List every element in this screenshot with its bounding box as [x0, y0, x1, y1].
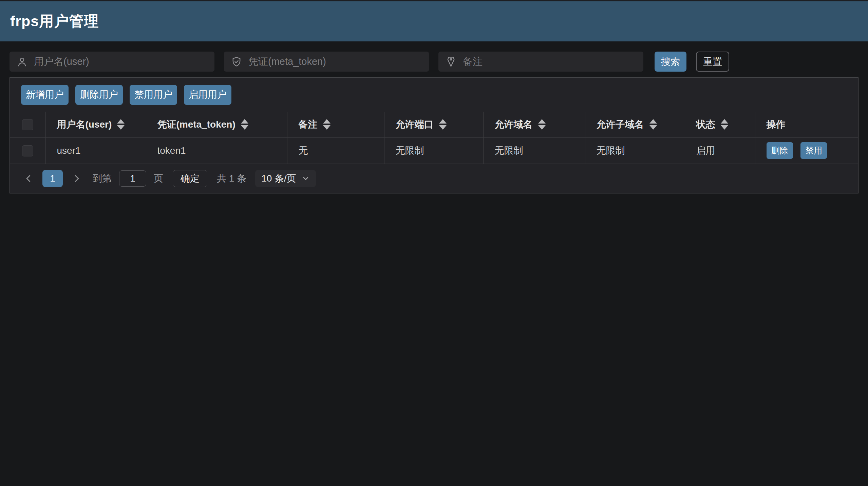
goto-page-label: 到第 — [93, 172, 112, 185]
cell-actions: 删除 禁用 — [755, 137, 858, 164]
delete-user-button[interactable]: 删除用户 — [75, 85, 123, 105]
next-page-button[interactable] — [72, 173, 82, 184]
enable-user-button[interactable]: 启用用户 — [184, 85, 231, 105]
table-row: user1 token1 无 无限制 无限制 无限制 启用 删除 禁用 — [10, 137, 858, 164]
column-header-user[interactable]: 用户名(user) — [57, 118, 112, 131]
cell-status: 启用 — [685, 137, 755, 164]
current-page-button[interactable]: 1 — [42, 170, 63, 187]
sort-icon[interactable] — [241, 119, 248, 130]
column-header-ports[interactable]: 允许端口 — [396, 118, 434, 131]
sort-icon[interactable] — [649, 119, 657, 130]
total-count-label: 共 1 条 — [217, 172, 246, 185]
page-unit-label: 页 — [154, 172, 163, 185]
page-title: frps用户管理 — [10, 12, 99, 31]
row-disable-button[interactable]: 禁用 — [800, 142, 827, 159]
cell-user: user1 — [45, 137, 146, 164]
user-table-panel: 新增用户 删除用户 禁用用户 启用用户 用户名(user) 凭证(meta_to… — [10, 77, 858, 193]
row-delete-button[interactable]: 删除 — [767, 142, 793, 159]
sort-icon[interactable] — [439, 119, 447, 130]
sort-icon[interactable] — [117, 119, 125, 130]
column-header-status[interactable]: 状态 — [696, 118, 715, 131]
user-icon — [16, 56, 28, 68]
note-field-wrap — [438, 52, 643, 72]
search-bar: 搜索 重置 — [10, 52, 858, 72]
select-all-checkbox[interactable] — [22, 119, 33, 130]
cell-token: token1 — [146, 137, 287, 164]
column-header-domains[interactable]: 允许域名 — [495, 118, 533, 131]
page-size-value: 10 条/页 — [261, 172, 296, 185]
sort-icon[interactable] — [538, 119, 546, 130]
goto-confirm-button[interactable]: 确定 — [173, 170, 207, 187]
page-size-select[interactable]: 10 条/页 — [255, 170, 316, 187]
goto-page-input[interactable] — [119, 170, 146, 187]
table-header-row: 用户名(user) 凭证(meta_token) 备注 允许端口 允许域名 允许… — [10, 112, 858, 137]
chevron-left-icon — [23, 173, 34, 184]
cell-domains: 无限制 — [483, 137, 585, 164]
column-header-actions: 操作 — [767, 118, 786, 131]
column-header-token[interactable]: 凭证(meta_token) — [157, 118, 235, 131]
disable-user-button[interactable]: 禁用用户 — [130, 85, 177, 105]
sort-icon[interactable] — [323, 119, 331, 130]
cell-note: 无 — [287, 137, 384, 164]
username-input[interactable] — [34, 56, 208, 67]
row-checkbox[interactable] — [22, 145, 33, 156]
username-field-wrap — [10, 52, 214, 72]
token-field-wrap — [224, 52, 429, 72]
table-toolbar: 新增用户 删除用户 禁用用户 启用用户 — [10, 78, 858, 112]
prev-page-button[interactable] — [23, 173, 34, 184]
cell-subdomains: 无限制 — [585, 137, 685, 164]
column-header-subdomains[interactable]: 允许子域名 — [597, 118, 644, 131]
chevron-down-icon — [302, 174, 310, 183]
pagination-bar: 1 到第 页 确定 共 1 条 10 条/页 — [10, 164, 858, 193]
tag-icon — [445, 56, 457, 68]
shield-check-icon — [231, 56, 242, 68]
chevron-right-icon — [72, 173, 82, 184]
users-table: 用户名(user) 凭证(meta_token) 备注 允许端口 允许域名 允许… — [10, 112, 858, 164]
note-input[interactable] — [463, 56, 637, 67]
app-header: frps用户管理 — [0, 0, 868, 41]
cell-ports: 无限制 — [384, 137, 483, 164]
search-button[interactable]: 搜索 — [655, 52, 686, 72]
add-user-button[interactable]: 新增用户 — [21, 85, 69, 105]
column-header-note[interactable]: 备注 — [299, 118, 318, 131]
token-input[interactable] — [248, 56, 422, 67]
sort-icon[interactable] — [721, 119, 728, 130]
reset-button[interactable]: 重置 — [696, 52, 729, 72]
